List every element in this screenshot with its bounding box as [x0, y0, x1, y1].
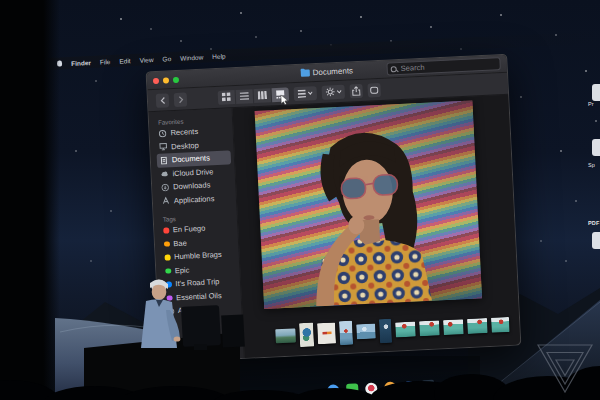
imac-back [181, 305, 221, 347]
verge-logo [533, 336, 597, 396]
stage-foreground [0, 0, 600, 400]
presenter [141, 280, 180, 349]
imac-stand [194, 344, 207, 350]
second-display [221, 314, 245, 347]
keynote-photo: { "menu_bar": { "apple_icon": "apple-log… [0, 0, 600, 400]
